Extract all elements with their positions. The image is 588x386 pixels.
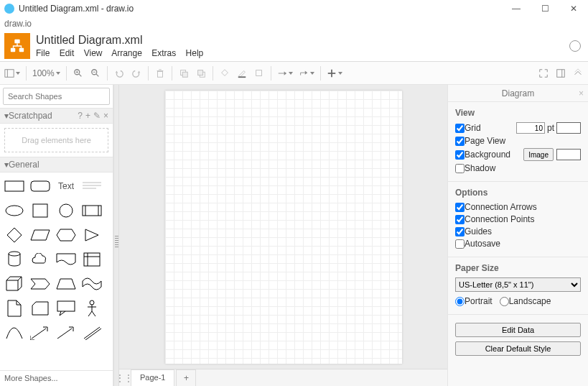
shape-callout[interactable] <box>56 301 76 316</box>
line-color-button[interactable] <box>233 65 251 82</box>
shape-cylinder[interactable] <box>4 252 24 267</box>
to-back-button[interactable] <box>192 65 210 82</box>
guides-checkbox[interactable] <box>455 227 465 236</box>
bg-color-swatch[interactable] <box>556 149 581 160</box>
insert-button[interactable] <box>324 65 345 82</box>
collapse-button[interactable] <box>569 65 587 82</box>
shape-process[interactable] <box>82 203 102 218</box>
landscape-radio[interactable] <box>500 297 509 306</box>
svg-line-10 <box>96 73 99 76</box>
svg-line-6 <box>79 73 82 76</box>
shapes-palette: Text <box>0 173 113 370</box>
zoom-in-button[interactable] <box>70 65 87 82</box>
shadow-button[interactable] <box>251 65 268 82</box>
shape-internal-storage[interactable] <box>82 252 102 267</box>
layout-dropdown[interactable] <box>1 65 23 82</box>
globe-icon[interactable] <box>569 40 581 52</box>
scratchpad-header[interactable]: ▾ Scratchpad ?+✎× <box>0 108 113 124</box>
edit-data-button[interactable]: Edit Data <box>455 323 581 337</box>
portrait-radio[interactable] <box>455 297 465 306</box>
canvas[interactable] <box>119 85 447 369</box>
general-header[interactable]: ▾ General <box>0 157 113 173</box>
fullscreen-button[interactable] <box>535 65 552 82</box>
shape-circle[interactable] <box>56 203 76 218</box>
search-shapes[interactable] <box>3 88 110 105</box>
maximize-button[interactable]: ☐ <box>531 0 559 17</box>
redo-button[interactable] <box>128 65 145 82</box>
close-icon[interactable]: × <box>579 88 584 98</box>
app-icon <box>4 4 14 14</box>
format-panel-button[interactable] <box>552 65 569 82</box>
edit-icon[interactable]: ✎ <box>93 111 101 121</box>
shape-bidir-arrow[interactable] <box>30 326 50 340</box>
svg-point-39 <box>9 252 20 256</box>
to-front-button[interactable] <box>175 65 192 82</box>
shape-trapezoid[interactable] <box>56 277 76 291</box>
grid-size-input[interactable] <box>516 122 545 134</box>
shape-ellipse[interactable] <box>4 203 24 218</box>
close-icon[interactable]: × <box>103 111 108 121</box>
shape-document[interactable] <box>56 252 76 267</box>
shape-rounded[interactable] <box>30 179 50 193</box>
shadow-checkbox[interactable] <box>455 164 465 173</box>
pageview-checkbox[interactable] <box>455 137 465 146</box>
menu-help[interactable]: Help <box>186 48 204 58</box>
plus-icon[interactable]: + <box>85 111 90 121</box>
background-checkbox[interactable] <box>455 150 465 160</box>
shape-diamond[interactable] <box>4 228 24 242</box>
menu-edit[interactable]: Edit <box>60 48 75 58</box>
shape-tape[interactable] <box>82 277 102 291</box>
fill-color-button[interactable] <box>216 65 233 82</box>
minimize-button[interactable]: — <box>502 0 531 17</box>
shape-triangle[interactable] <box>82 228 102 242</box>
waypoint-button[interactable] <box>296 65 317 82</box>
shape-line[interactable] <box>82 326 102 340</box>
shape-square[interactable] <box>30 203 50 218</box>
shape-rect-flat[interactable] <box>4 179 24 193</box>
shape-step[interactable] <box>30 277 50 291</box>
shape-actor[interactable] <box>82 301 102 316</box>
zoom-out-button[interactable] <box>87 65 104 82</box>
more-shapes-button[interactable]: More Shapes... <box>0 370 113 386</box>
tabs-drag-icon[interactable]: ⋮⋮ <box>119 373 129 383</box>
autosave-checkbox[interactable] <box>455 239 465 249</box>
diagram-page[interactable] <box>165 91 402 364</box>
svg-rect-16 <box>182 72 187 77</box>
conn-points-checkbox[interactable] <box>455 215 465 224</box>
close-button[interactable]: ✕ <box>559 0 588 17</box>
shape-hexagon[interactable] <box>56 228 76 242</box>
address-bar: draw.io <box>0 17 588 30</box>
svg-line-48 <box>92 311 95 316</box>
menu-arrange[interactable]: Arrange <box>111 48 142 58</box>
shape-arrow[interactable] <box>56 326 76 340</box>
clear-style-button[interactable]: Clear Default Style <box>455 341 581 356</box>
menu-extras[interactable]: Extras <box>151 48 176 58</box>
svg-rect-1 <box>11 47 15 52</box>
shape-parallelogram[interactable] <box>30 228 50 242</box>
svg-rect-0 <box>14 39 19 43</box>
splitter-left[interactable] <box>113 85 119 386</box>
conn-arrows-checkbox[interactable] <box>455 203 465 212</box>
image-button[interactable]: Image <box>523 148 554 161</box>
shape-curve[interactable] <box>4 326 24 340</box>
shape-cloud[interactable] <box>30 252 50 267</box>
shape-card[interactable] <box>30 301 50 316</box>
grid-color-swatch[interactable] <box>556 122 581 134</box>
grid-checkbox[interactable] <box>455 124 465 133</box>
page-tab[interactable]: Page-1 <box>131 369 174 387</box>
paper-size-select[interactable]: US-Letter (8,5" x 11") <box>455 277 581 292</box>
menu-file[interactable]: File <box>36 48 50 58</box>
shape-text[interactable]: Text <box>56 179 76 193</box>
zoom-dropdown[interactable]: 100% <box>29 68 63 78</box>
undo-button[interactable] <box>111 65 128 82</box>
add-page-button[interactable]: + <box>176 369 196 387</box>
search-input[interactable] <box>8 92 107 101</box>
shape-cube[interactable] <box>4 277 24 291</box>
connection-button[interactable] <box>274 65 296 82</box>
help-icon[interactable]: ? <box>78 111 83 121</box>
scratchpad-dropzone[interactable]: Drag elements here <box>4 128 108 152</box>
shape-note[interactable] <box>4 301 24 316</box>
delete-button[interactable] <box>151 65 169 82</box>
menu-view[interactable]: View <box>84 48 103 58</box>
shape-textbox[interactable] <box>82 179 102 193</box>
